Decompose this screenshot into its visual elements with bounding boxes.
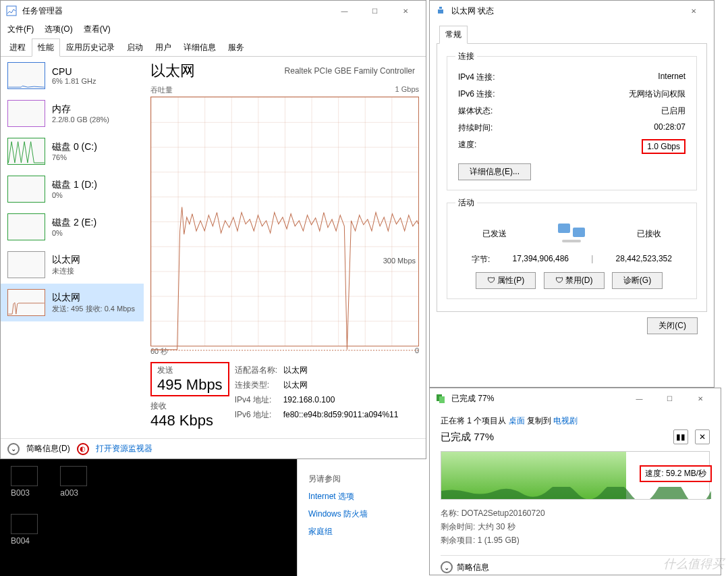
thumb-a003[interactable]: [60, 466, 87, 486]
sidebar-item-disk1[interactable]: 磁盘 1 (D:)0%: [1, 170, 144, 208]
thumb-b003[interactable]: [11, 466, 38, 486]
activity-fieldset: 活动 已发送 已接收 字节:17,394,906,486|28,442,523,…: [447, 197, 697, 299]
svg-rect-4: [573, 228, 585, 237]
window-title: 已完成 77%: [451, 393, 624, 404]
sidebar-item-cpu[interactable]: CPU6% 1.81 GHz: [1, 57, 144, 95]
tab-startup[interactable]: 启动: [121, 38, 149, 57]
fewer-details-button[interactable]: 简略信息(D): [26, 443, 70, 454]
titlebar[interactable]: 已完成 77% —☐✕: [430, 388, 721, 409]
expand-icon[interactable]: ⌄: [7, 443, 20, 455]
tab-services[interactable]: 服务: [222, 38, 250, 57]
computers-icon: [555, 221, 588, 247]
bytes-recv: 28,442,523,352: [616, 254, 672, 265]
sidebar-item-disk0[interactable]: 磁盘 0 (C:)76%: [1, 132, 144, 170]
properties-button[interactable]: 🛡 属性(P): [476, 272, 536, 289]
pause-button[interactable]: ▮▮: [673, 429, 688, 444]
desktop-thumbs: B003 a003 B004: [0, 459, 297, 576]
fewer-details-button[interactable]: 简略信息: [457, 562, 489, 573]
stat-adapter-name: 以太网: [283, 365, 308, 375]
copy-icon: [435, 393, 446, 404]
disable-button[interactable]: 🛡 禁用(D): [544, 272, 605, 289]
svg-rect-7: [439, 396, 445, 403]
performance-main: 以太网 Realtek PCIe GBE Family Controller 吞…: [144, 57, 426, 439]
recv-label: 已接收: [637, 228, 661, 240]
copy-line: 正在将 1 个项目从 桌面 复制到 电视剧: [441, 415, 710, 427]
expand-icon[interactable]: ⌄: [441, 561, 453, 573]
sidebar-item-disk2[interactable]: 磁盘 2 (E:)0%: [1, 208, 144, 246]
item-name: DOTA2Setup20160720: [461, 508, 545, 518]
recv-value: 448 Kbps: [150, 412, 229, 429]
connection-fieldset: 连接 IPv4 连接:Internet IPv6 连接:无网络访问权限 媒体状态…: [447, 51, 697, 190]
bytes-sent: 17,394,906,486: [513, 254, 569, 265]
svg-rect-0: [7, 6, 16, 16]
ipv4-status: Internet: [658, 72, 685, 83]
maximize-button[interactable]: ☐: [360, 1, 390, 20]
task-manager-window: 任务管理器 — ☐ ✕ 文件(F) 选项(O) 查看(V) 进程 性能 应用历史…: [0, 0, 426, 459]
open-resmon-link[interactable]: 打开资源监视器: [96, 443, 152, 454]
dst-link[interactable]: 电视剧: [553, 416, 578, 425]
src-link[interactable]: 桌面: [509, 416, 525, 425]
window-title: 以太网 状态: [451, 5, 678, 17]
tabstrip: 进程 性能 应用历史记录 启动 用户 详细信息 服务: [1, 38, 426, 57]
eta: 大约 30 秒: [478, 522, 515, 531]
app-icon: [6, 5, 17, 16]
window-title: 任务管理器: [22, 5, 329, 17]
menu-view[interactable]: 查看(V): [80, 22, 115, 36]
close-button[interactable]: ✕: [685, 389, 715, 408]
maximize-button[interactable]: ☐: [654, 389, 685, 408]
svg-rect-3: [558, 224, 570, 233]
tab-general[interactable]: 常规: [439, 26, 468, 44]
close-dialog-button[interactable]: 关闭(C): [647, 317, 698, 334]
minimize-button[interactable]: —: [329, 1, 360, 20]
minimize-button[interactable]: —: [624, 389, 654, 408]
status-bar: ⌄ 简略信息(D) ◐ 打开资源监视器: [1, 438, 426, 459]
thumb-b004[interactable]: [11, 514, 38, 534]
sidebar-item-ethernet-2[interactable]: 以太网发送: 495 接收: 0.4 Mbps: [1, 284, 144, 321]
cancel-button[interactable]: ✕: [695, 429, 710, 444]
ipv6-status: 无网络访问权限: [629, 88, 685, 100]
tab-app-history[interactable]: 应用历史记录: [60, 38, 121, 57]
progress-bar: 速度: 59.2 MB/秒: [441, 451, 710, 500]
diagnose-button[interactable]: 诊断(G): [612, 272, 663, 289]
svg-rect-2: [439, 7, 442, 9]
send-highlight: 发送 495 Mbps: [150, 362, 229, 396]
titlebar[interactable]: 以太网 状态 ✕: [430, 1, 714, 21]
sidebar-item-ethernet-1[interactable]: 以太网未连接: [1, 246, 144, 284]
remaining: 1 (1.95 GB): [478, 535, 520, 545]
link-firewall[interactable]: Windows 防火墙: [308, 505, 418, 523]
stat-ipv6: fe80::e94b:8d59:9011:a094%11: [283, 410, 399, 419]
menu-file[interactable]: 文件(F): [3, 22, 38, 36]
chart-label-max: 1 Gbps: [395, 85, 419, 95]
sidebar-item-memory[interactable]: 内存2.2/8.0 GB (28%): [1, 95, 144, 132]
resmon-icon: ◐: [77, 443, 89, 455]
close-button[interactable]: ✕: [678, 1, 708, 20]
panel-head: 另请参阅: [308, 470, 418, 488]
close-button[interactable]: ✕: [390, 1, 420, 20]
ethernet-status-window: 以太网 状态 ✕ 常规 连接 IPv4 连接:Internet IPv6 连接:…: [429, 0, 715, 388]
send-value: 495 Mbps: [157, 376, 223, 394]
svg-rect-5: [562, 240, 581, 242]
related-links-panel: 另请参阅 Internet 选项 Windows 防火墙 家庭组: [297, 459, 429, 576]
watermark: 什么值得买: [663, 556, 724, 572]
throughput-chart: 300 Mbps: [150, 97, 419, 346]
menubar: 文件(F) 选项(O) 查看(V): [1, 21, 426, 38]
network-icon: [435, 5, 446, 16]
stat-conn-type: 以太网: [283, 380, 308, 390]
chart-label-throughput: 吞吐量: [150, 85, 173, 95]
link-speed: 1.0 Gbps: [642, 139, 685, 154]
svg-rect-1: [438, 9, 443, 14]
menu-options[interactable]: 选项(O): [40, 22, 76, 36]
uptime: 00:28:07: [654, 122, 685, 134]
link-homegroup[interactable]: 家庭组: [308, 523, 418, 540]
titlebar[interactable]: 任务管理器 — ☐ ✕: [1, 1, 426, 21]
details-button[interactable]: 详细信息(E)...: [458, 163, 531, 180]
sent-label: 已发送: [482, 228, 507, 240]
tab-users[interactable]: 用户: [149, 38, 177, 57]
link-internet-options[interactable]: Internet 选项: [308, 488, 418, 505]
tab-processes[interactable]: 进程: [3, 38, 32, 57]
performance-sidebar: CPU6% 1.81 GHz 内存2.2/8.0 GB (28%) 磁盘 0 (…: [1, 57, 144, 439]
speed-label: 速度: 59.2 MB/秒: [640, 465, 712, 482]
tab-details[interactable]: 详细信息: [177, 38, 222, 57]
tab-performance[interactable]: 性能: [32, 38, 60, 57]
stat-ipv4: 192.168.0.100: [283, 395, 335, 404]
